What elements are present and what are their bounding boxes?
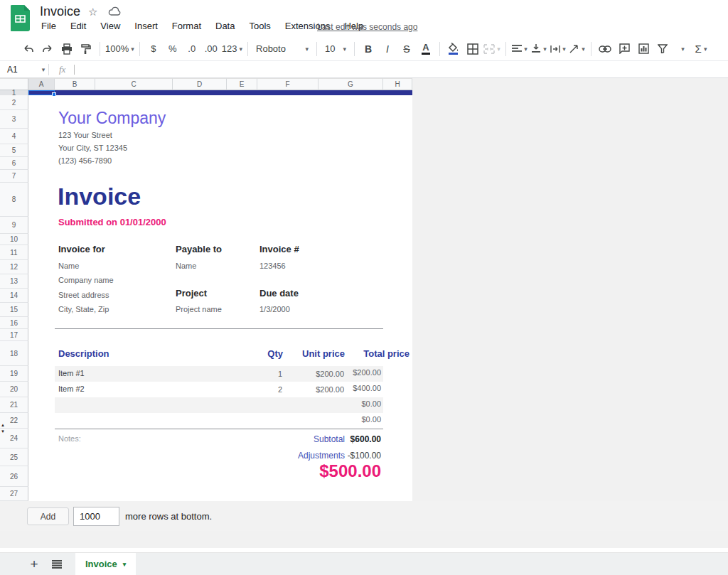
row-header-18[interactable]: 18 — [0, 341, 28, 366]
item-total-price[interactable]: $400.00 — [353, 384, 381, 392]
project-name[interactable]: Project name — [176, 305, 222, 313]
item-total-price[interactable]: $0.00 — [361, 399, 381, 408]
redo-button[interactable] — [39, 41, 56, 58]
item-unit-price[interactable]: $200.00 — [316, 385, 344, 394]
invoice-for-name[interactable]: Name — [58, 262, 79, 270]
add-rows-button[interactable]: Add — [27, 507, 69, 525]
col-unit-price[interactable]: Unit price — [302, 348, 345, 359]
tab-invoice[interactable]: Invoice ▾ — [75, 553, 136, 575]
column-header-f[interactable]: F — [257, 78, 318, 90]
column-header-g[interactable]: G — [318, 78, 383, 90]
row-header-22[interactable]: 22▲ — [0, 413, 28, 429]
item-row-4[interactable]: $0.00 — [55, 413, 383, 429]
row-header-20[interactable]: 20 — [0, 382, 28, 397]
row-header-5[interactable]: 5 — [0, 144, 28, 157]
name-box[interactable]: A1 ▾ — [0, 65, 48, 75]
row-header-27[interactable]: 27 — [0, 487, 28, 501]
notes-label[interactable]: Notes: — [58, 434, 81, 443]
company-phone[interactable]: (123) 456-7890 — [58, 156, 112, 165]
menu-file[interactable]: File — [41, 21, 56, 31]
invoice-for-company[interactable]: Company name — [58, 276, 114, 284]
column-header-e[interactable]: E — [227, 78, 257, 90]
submitted-date[interactable]: Submitted on 01/01/2000 — [58, 217, 166, 227]
document-title[interactable]: Invoice — [40, 4, 80, 19]
company-name[interactable]: Your Company — [58, 109, 166, 128]
row-header-15[interactable]: 15 — [0, 303, 28, 317]
vertical-align-button[interactable]: ▾ — [530, 41, 547, 58]
row-header-8[interactable]: 8 — [0, 183, 28, 217]
column-header-b[interactable]: B — [55, 78, 95, 90]
text-rotation-button[interactable]: ▾ — [569, 41, 586, 58]
project-label[interactable]: Project — [176, 288, 207, 299]
row-header-7[interactable]: 7 — [0, 170, 28, 183]
create-filter-button[interactable] — [654, 41, 671, 58]
menu-data[interactable]: Data — [215, 21, 235, 31]
item-row-2[interactable]: Item #22$200.00$400.00 — [55, 382, 383, 397]
row-header-19[interactable]: 19 — [0, 366, 28, 382]
row-header-1[interactable]: 1 — [0, 90, 28, 95]
row-header-12[interactable]: 12 — [0, 260, 28, 274]
font-size-select[interactable]: 10▾ — [322, 41, 349, 58]
invoice-number[interactable]: 123456 — [259, 262, 286, 270]
rows-count-input[interactable] — [73, 507, 119, 526]
col-description[interactable]: Description — [58, 348, 109, 359]
fill-handle[interactable] — [52, 92, 56, 97]
formula-input[interactable] — [74, 65, 75, 75]
font-family-select[interactable]: Roboto▾ — [253, 41, 311, 58]
row-header-24[interactable]: 24▼ — [0, 429, 28, 448]
company-street[interactable]: 123 Your Street — [58, 131, 112, 139]
row-header-14[interactable]: 14 — [0, 289, 28, 303]
row-header-21[interactable]: 21 — [0, 397, 28, 413]
row-header-9[interactable]: 9 — [0, 217, 28, 234]
filter-views-select[interactable]: ▾ — [673, 41, 690, 58]
text-wrap-button[interactable]: ▾ — [550, 41, 567, 58]
print-button[interactable] — [58, 41, 75, 58]
menu-insert[interactable]: Insert — [134, 21, 158, 31]
item-description[interactable]: Item #2 — [58, 385, 85, 393]
row-header-10[interactable]: 10 — [0, 234, 28, 245]
hidden-rows-indicator-up[interactable]: ▲ — [1, 423, 5, 427]
active-cell-a1[interactable] — [28, 90, 55, 95]
column-header-h[interactable]: H — [383, 78, 412, 90]
undo-button[interactable] — [20, 41, 37, 58]
item-total-price[interactable]: $200.00 — [353, 368, 381, 377]
row-header-6[interactable]: 6 — [0, 157, 28, 170]
functions-button[interactable]: Σ▾ — [692, 41, 710, 58]
last-edit-link[interactable]: Last edit was seconds ago — [317, 22, 417, 32]
item-row-1[interactable]: Item #11$200.00$200.00 — [55, 366, 383, 382]
item-row-3[interactable]: $0.00 — [55, 397, 383, 413]
header-fill-row[interactable] — [28, 90, 412, 95]
adjustments-value[interactable]: -$100.00 — [348, 451, 381, 461]
paint-format-button[interactable] — [77, 41, 95, 58]
item-qty[interactable]: 2 — [278, 385, 282, 394]
column-header-d[interactable]: D — [173, 78, 227, 90]
invoice-for-label[interactable]: Invoice for — [58, 244, 105, 254]
invoice-number-label[interactable]: Invoice # — [259, 244, 299, 254]
col-total-price[interactable]: Total price — [363, 348, 410, 359]
row-header-11[interactable]: 11 — [0, 245, 28, 260]
sheets-logo-icon[interactable] — [11, 5, 30, 31]
col-qty[interactable]: Qty — [267, 348, 283, 359]
row-header-16[interactable]: 16 — [0, 317, 28, 329]
format-percent-button[interactable]: % — [164, 41, 181, 58]
bold-button[interactable]: B — [360, 41, 377, 58]
row-header-25[interactable]: 25 — [0, 448, 28, 466]
menu-view[interactable]: View — [100, 21, 120, 31]
row-header-13[interactable]: 13 — [0, 274, 28, 289]
fill-color-button[interactable] — [445, 41, 462, 58]
company-city[interactable]: Your City, ST 12345 — [58, 144, 127, 152]
spreadsheet-canvas[interactable]: Your Company 123 Your Street Your City, … — [28, 90, 412, 501]
zoom-select[interactable]: 100%▾ — [105, 41, 134, 58]
insert-link-button[interactable] — [596, 41, 614, 58]
insert-comment-button[interactable] — [616, 41, 633, 58]
text-color-button[interactable]: A — [417, 41, 434, 58]
column-header-a[interactable]: A — [28, 78, 55, 90]
format-currency-button[interactable]: $ — [145, 41, 162, 58]
subtotal-value[interactable]: $600.00 — [350, 434, 381, 444]
star-icon[interactable]: ☆ — [88, 6, 97, 18]
due-date[interactable]: 1/3/2000 — [259, 305, 290, 313]
invoice-for-street[interactable]: Street address — [58, 291, 109, 299]
insert-chart-button[interactable] — [635, 41, 652, 58]
menu-edit[interactable]: Edit — [70, 21, 86, 31]
item-total-price[interactable]: $0.00 — [361, 415, 381, 424]
